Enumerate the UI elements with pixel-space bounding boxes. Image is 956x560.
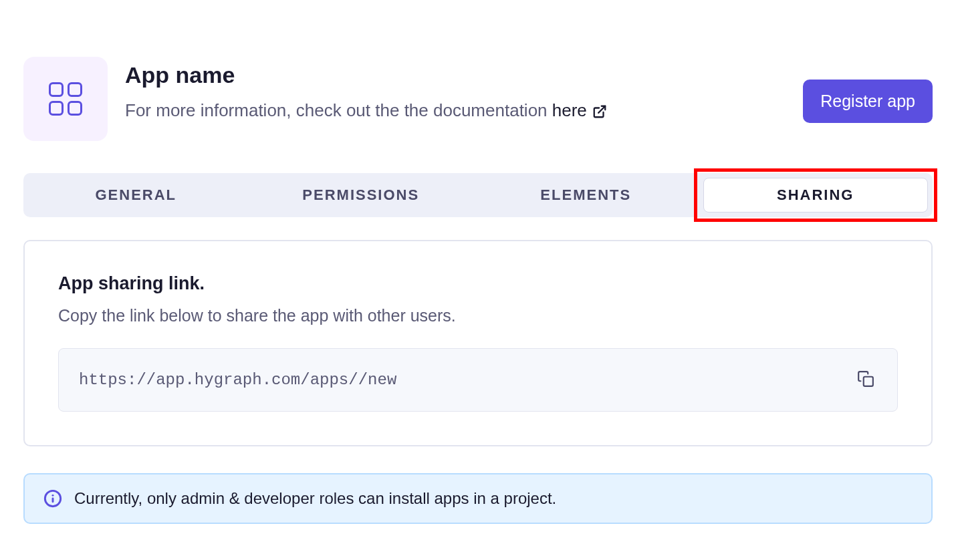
documentation-link[interactable]: here: [552, 100, 607, 121]
info-banner: Currently, only admin & developer roles …: [23, 473, 933, 524]
sharing-card: App sharing link. Copy the link below to…: [23, 240, 933, 446]
sharing-link-field: https://app.hygraph.com/apps//new: [58, 348, 898, 412]
tab-elements[interactable]: ELEMENTS: [473, 173, 699, 217]
sharing-card-title: App sharing link.: [58, 273, 898, 294]
app-subtitle: For more information, check out the the …: [125, 100, 786, 121]
info-icon: [43, 489, 62, 508]
subtitle-text: For more information, check out the the …: [125, 100, 552, 120]
register-app-button[interactable]: Register app: [803, 80, 933, 123]
tab-sharing[interactable]: SHARING: [703, 178, 929, 213]
tab-permissions[interactable]: PERMISSIONS: [249, 173, 474, 217]
doc-link-text: here: [552, 100, 587, 121]
sharing-card-subtitle: Copy the link below to share the app wit…: [58, 306, 898, 325]
external-link-icon: [592, 100, 607, 121]
svg-rect-1: [864, 377, 873, 386]
page-header: App name For more information, check out…: [23, 57, 933, 141]
sharing-link-value: https://app.hygraph.com/apps//new: [79, 371, 854, 389]
info-banner-text: Currently, only admin & developer roles …: [74, 489, 556, 508]
svg-line-0: [598, 106, 605, 113]
grid-icon: [49, 82, 82, 116]
tabs: GENERAL PERMISSIONS ELEMENTS SHARING: [23, 173, 933, 217]
copy-icon: [857, 370, 874, 390]
tab-general[interactable]: GENERAL: [23, 173, 249, 217]
copy-link-button[interactable]: [854, 368, 877, 392]
app-title: App name: [125, 62, 786, 88]
app-icon: [23, 57, 108, 141]
tabs-container: GENERAL PERMISSIONS ELEMENTS SHARING: [23, 173, 933, 217]
